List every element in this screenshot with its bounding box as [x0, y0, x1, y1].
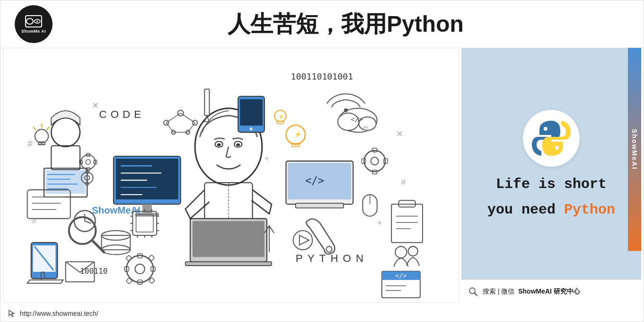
- python-card: ShowMeAI Life is short y: [461, 48, 641, 279]
- svg-text:+: +: [377, 218, 382, 228]
- right-panel: ShowMeAI Life is short y: [461, 48, 641, 303]
- svg-text:100110: 100110: [80, 267, 107, 276]
- svg-text:#: #: [362, 124, 368, 134]
- illustration-area: 100110101001 CODE: [3, 48, 459, 303]
- you-need-python-text: you need Python: [487, 202, 615, 218]
- svg-point-153: [544, 127, 547, 131]
- svg-point-58: [249, 127, 252, 130]
- logo-text: ShowMe AI: [21, 29, 46, 34]
- footer: http://www.showmeai.tech/: [0, 305, 644, 322]
- vertical-brand-text: ShowMeAI: [628, 48, 641, 251]
- svg-rect-57: [240, 99, 263, 125]
- svg-line-156: [475, 293, 477, 295]
- svg-text:✕: ✕: [396, 129, 403, 139]
- svg-rect-24: [116, 159, 178, 199]
- svg-rect-13: [193, 221, 265, 257]
- svg-text:</>: </>: [351, 116, 363, 123]
- svg-text:CODE: CODE: [99, 108, 145, 120]
- svg-rect-30: [142, 204, 152, 214]
- svg-text:PYTHON: PYTHON: [296, 252, 369, 264]
- svg-text:100110101001: 100110101001: [291, 72, 353, 81]
- svg-text:#: #: [32, 216, 36, 225]
- svg-point-8: [217, 143, 221, 146]
- svg-text:#: #: [401, 178, 406, 187]
- svg-text:#: #: [27, 138, 33, 149]
- website-link[interactable]: http://www.showmeai.tech/: [20, 310, 98, 317]
- svg-text:⚡: ⚡: [294, 131, 302, 138]
- cursor-icon: [8, 309, 16, 318]
- search-icon: [468, 287, 478, 296]
- svg-rect-14: [185, 262, 272, 266]
- you-need-label: you need: [487, 202, 564, 218]
- page-title: 人生苦短，我用Python: [62, 9, 629, 39]
- main-content: 100110101001 CODE: [0, 48, 644, 305]
- python-logo-container: [523, 110, 580, 167]
- python-label: Python: [564, 202, 615, 218]
- python-logo-svg: [530, 117, 573, 160]
- svg-rect-47: [296, 203, 344, 208]
- logo: ShowMe AI: [15, 5, 53, 43]
- svg-text:</>: </>: [305, 174, 324, 187]
- search-bar: 搜索 | 微信 ShowMeAI 研究中心: [461, 279, 641, 303]
- svg-text:</>: </>: [395, 272, 406, 279]
- svg-text:⚡: ⚡: [278, 114, 284, 120]
- svg-text:✕: ✕: [92, 101, 99, 110]
- header: ShowMe AI 人生苦短，我用Python: [0, 0, 644, 48]
- svg-point-1: [37, 20, 38, 22]
- svg-text:+: +: [265, 154, 269, 162]
- logo-icon: [25, 15, 42, 27]
- search-bar-text: 搜索 | 微信 ShowMeAI 研究中心: [483, 287, 580, 296]
- search-label: 搜索 | 微信: [483, 287, 514, 295]
- svg-point-9: [236, 143, 240, 146]
- svg-point-154: [555, 146, 559, 150]
- search-brand: ShowMeAI 研究中心: [518, 287, 580, 295]
- life-is-short-text: Life is short: [496, 176, 607, 192]
